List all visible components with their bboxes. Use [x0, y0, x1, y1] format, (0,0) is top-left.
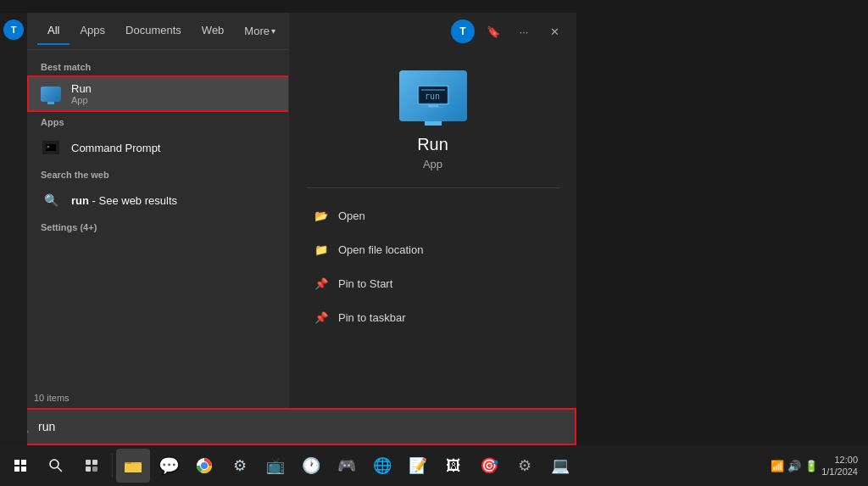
panel-content: run Run App 📂 Open 📁 Open file location … — [289, 50, 576, 445]
svg-line-7 — [58, 467, 62, 472]
discord-button[interactable]: 💬 — [152, 449, 186, 483]
network-icon: 📶 — [771, 460, 784, 472]
app-type: App — [423, 158, 442, 170]
pin-start-icon: 📌 — [313, 275, 330, 292]
svg-point-17 — [202, 463, 207, 468]
tab-web[interactable]: Web — [192, 17, 235, 45]
run-app-title: Run — [71, 82, 302, 95]
bookmark-icon[interactable]: 🔖 — [481, 20, 505, 43]
svg-rect-10 — [86, 466, 91, 472]
open-file-location-action[interactable]: 📁 Open file location — [306, 232, 559, 266]
system-tray: 📶 🔊 🔋 12:00 1/1/2024 — [771, 454, 865, 478]
start-nav: All Apps Documents Web More ▾ — [27, 13, 315, 50]
cmd-title: Command Prompt — [71, 142, 288, 154]
svg-text:run: run — [425, 92, 440, 101]
item-count: 10 items — [27, 391, 76, 405]
task-view-button[interactable] — [75, 449, 108, 483]
search-web-label: Search the web — [27, 165, 315, 183]
twitch-button[interactable]: 📺 — [259, 449, 292, 483]
search-icon: 🔍 — [41, 190, 61, 210]
web-search-text: run - See web results — [71, 194, 288, 207]
tab-apps[interactable]: Apps — [70, 17, 115, 45]
app-name: Run — [417, 135, 448, 154]
svg-rect-14 — [125, 464, 142, 472]
taskbar-separator — [112, 454, 113, 478]
results-list: Best match Run App Apps Command Prompt › — [27, 50, 315, 445]
run-large-icon: run — [399, 70, 467, 121]
explorer2-button[interactable]: 💻 — [543, 449, 577, 483]
battery-icon: 🔋 — [804, 460, 818, 472]
taskbar: 💬 ⚙ 📺 🕐 🎮 🌐 📝 🖼 🎯 ⚙ 💻 📶 🔊 🔋 12:00 1/1/20… — [0, 445, 868, 486]
system-clock[interactable]: 12:00 1/1/2024 — [821, 454, 858, 478]
pin-to-taskbar-action[interactable]: 📌 Pin to taskbar — [306, 300, 559, 334]
close-button[interactable]: ✕ — [542, 20, 566, 43]
command-prompt-result[interactable]: Command Prompt › — [27, 131, 315, 165]
right-panel: T 🔖 ··· ✕ run Run App 📂 Open 📁 Open file… — [288, 13, 576, 445]
ellipsis-button[interactable]: ··· — [512, 20, 536, 43]
chevron-down-icon: ▾ — [271, 26, 275, 36]
pin-taskbar-icon: 📌 — [313, 309, 330, 326]
run-app-result[interactable]: Run App — [27, 75, 315, 112]
start-menu: All Apps Documents Web More ▾ Best match… — [27, 13, 315, 445]
svg-rect-8 — [86, 460, 91, 465]
start-button[interactable] — [3, 449, 37, 483]
volume-icon: 🔊 — [787, 460, 801, 472]
tab-documents[interactable]: Documents — [115, 17, 192, 45]
left-sidebar: T — [0, 13, 27, 445]
edge-button[interactable]: 🌐 — [365, 449, 399, 483]
open-action[interactable]: 📂 Open — [306, 198, 559, 232]
xbox-button[interactable]: 🎮 — [330, 449, 364, 483]
steam-button[interactable]: ⚙ — [223, 449, 257, 483]
cmd-icon — [41, 137, 61, 158]
open-icon: 📂 — [313, 207, 330, 224]
svg-rect-4 — [428, 104, 438, 107]
panel-divider — [306, 187, 559, 188]
svg-point-6 — [50, 460, 58, 468]
pin-to-start-action[interactable]: 📌 Pin to Start — [306, 266, 559, 300]
settings-label: Settings (4+) — [27, 217, 315, 236]
clock-button[interactable]: 🕐 — [294, 449, 328, 483]
search-input[interactable] — [38, 420, 561, 433]
web-search-title: run - See web results — [71, 194, 288, 207]
sticky-notes-button[interactable]: 📝 — [401, 449, 435, 483]
file-explorer-button[interactable] — [116, 449, 150, 483]
panel-header: T 🔖 ··· ✕ — [289, 13, 576, 50]
settings-button[interactable]: ⚙ — [508, 449, 542, 483]
run-app-icon — [41, 84, 61, 104]
search-bar-container: 🔍 — [0, 408, 576, 445]
svg-rect-9 — [92, 460, 97, 465]
tab-more[interactable]: More ▾ — [234, 18, 286, 44]
folder-icon: 📁 — [313, 241, 330, 258]
svg-rect-11 — [92, 466, 97, 472]
run-app-subtitle: App — [71, 95, 302, 105]
user-avatar[interactable]: T — [3, 20, 24, 40]
chrome-button[interactable] — [187, 449, 221, 483]
tab-all[interactable]: All — [37, 17, 70, 45]
photos-button[interactable]: 🖼 — [437, 449, 470, 483]
cmd-text: Command Prompt — [71, 142, 288, 154]
apps-label: Apps — [27, 112, 315, 131]
web-search-result[interactable]: 🔍 run - See web results › — [27, 183, 315, 217]
svg-rect-5 — [423, 107, 443, 108]
user-button[interactable]: T — [451, 20, 475, 43]
run-app-text: Run App — [71, 82, 302, 105]
best-match-label: Best match — [27, 57, 315, 75]
svg-rect-2 — [421, 89, 445, 91]
taskbar-search-button[interactable] — [39, 449, 73, 483]
game-bar-button[interactable]: 🎯 — [472, 449, 506, 483]
